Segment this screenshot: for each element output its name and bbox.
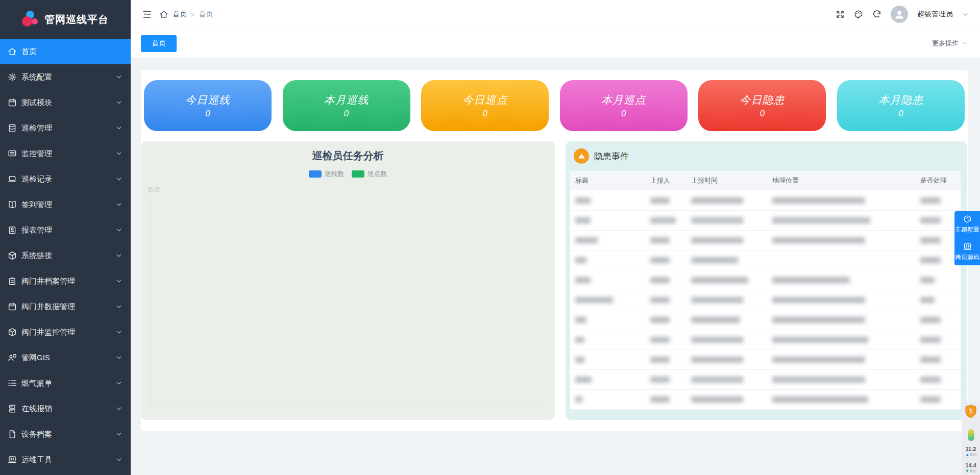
table-row[interactable] bbox=[570, 330, 961, 349]
sidebar-item-label: 运维工具 bbox=[21, 455, 115, 465]
menu-fold-icon[interactable] bbox=[142, 9, 152, 19]
user-name[interactable]: 超级管理员 bbox=[917, 10, 953, 19]
stat-card-今日巡线[interactable]: 今日巡线0 bbox=[144, 80, 272, 131]
home-icon bbox=[8, 47, 17, 56]
column-header-标题: 标题 bbox=[570, 171, 645, 190]
sidebar-item-阀门井档案管理[interactable]: 阀门井档案管理 bbox=[0, 268, 131, 294]
table-cell-redacted bbox=[686, 330, 767, 349]
table-header-row: 标题上报人上报时间地理位置是否处理 bbox=[570, 171, 961, 190]
sidebar-item-监控管理[interactable]: 监控管理 bbox=[0, 141, 131, 166]
sidebar-item-阀门井数据管理[interactable]: 阀门井数据管理 bbox=[0, 294, 131, 319]
more-operations-label: 更多操作 bbox=[932, 39, 959, 48]
table-cell-redacted bbox=[915, 250, 961, 270]
sidebar-item-管网GIS[interactable]: 管网GIS bbox=[0, 345, 131, 370]
stat-card-今日隐患[interactable]: 今日隐患0 bbox=[698, 80, 826, 131]
chevron-down-icon bbox=[115, 252, 122, 259]
table-cell-redacted bbox=[915, 389, 961, 409]
breadcrumb-separator: > bbox=[191, 11, 195, 18]
sidebar-item-巡检记录[interactable]: 巡检记录 bbox=[0, 166, 131, 192]
legend-swatch bbox=[309, 170, 322, 178]
main-content: 今日巡线0本月巡线0今日巡点0本月巡点0今日隐患0本月隐患0 巡检员任务分析 巡… bbox=[131, 58, 980, 475]
table-row[interactable] bbox=[570, 389, 961, 409]
table-row[interactable] bbox=[570, 250, 961, 270]
sidebar-item-label: 测试模块 bbox=[21, 98, 115, 108]
float-button-拷贝源码[interactable]: 拷贝源码 bbox=[954, 238, 980, 265]
float-button-主题配置[interactable]: 主题配置 bbox=[954, 211, 980, 238]
table-cell-redacted bbox=[767, 349, 915, 369]
stat-card-value: 0 bbox=[344, 109, 349, 119]
table-row[interactable] bbox=[570, 230, 961, 250]
stat-card-本月巡点[interactable]: 本月巡点0 bbox=[560, 80, 688, 131]
sidebar-item-首页[interactable]: 首页 bbox=[0, 39, 131, 64]
task-list-icon bbox=[8, 379, 17, 388]
table-row[interactable] bbox=[570, 290, 961, 310]
app-logo-icon bbox=[22, 11, 39, 28]
table-cell-redacted bbox=[686, 290, 767, 310]
palette-icon[interactable] bbox=[854, 10, 863, 19]
stat-card-今日巡点[interactable]: 今日巡点0 bbox=[421, 80, 549, 131]
table-row[interactable] bbox=[570, 270, 961, 290]
table-cell-redacted bbox=[686, 190, 767, 210]
breadcrumb-current: 首页 bbox=[199, 10, 213, 19]
legend-item-巡线数[interactable]: 巡线数 bbox=[309, 169, 345, 179]
sidebar-item-在线报销[interactable]: 在线报销 bbox=[0, 396, 131, 421]
breadcrumb-home[interactable]: 首页 bbox=[173, 10, 187, 19]
tab-home[interactable]: 首页 bbox=[141, 35, 177, 52]
stat-card-本月巡线[interactable]: 本月巡线0 bbox=[283, 80, 410, 131]
table-cell-redacted bbox=[915, 290, 961, 310]
table-row[interactable] bbox=[570, 310, 961, 330]
legend-swatch bbox=[352, 170, 364, 178]
sidebar-item-label: 签到管理 bbox=[21, 200, 115, 210]
clipboard-icon bbox=[8, 277, 17, 286]
sidebar-item-label: 系统链接 bbox=[21, 251, 115, 261]
home-icon[interactable] bbox=[159, 10, 168, 19]
table-cell-redacted bbox=[767, 270, 915, 290]
table-row[interactable] bbox=[570, 210, 961, 230]
inspector-task-chart-panel: 巡检员任务分析 巡线数巡点数 数量 bbox=[141, 141, 555, 420]
table-cell-redacted bbox=[645, 190, 686, 210]
table-cell-redacted bbox=[686, 389, 767, 409]
table-cell-redacted bbox=[915, 349, 961, 369]
sidebar-item-label: 阀门井监控管理 bbox=[21, 328, 115, 337]
sidebar-item-测试模块[interactable]: 测试模块 bbox=[0, 90, 131, 115]
app-logo: 管网巡线平台 bbox=[0, 0, 131, 39]
sidebar-item-设备档案[interactable]: 设备档案 bbox=[0, 421, 131, 447]
table-cell-redacted bbox=[686, 270, 767, 290]
table-row[interactable] bbox=[570, 190, 961, 210]
chevron-down-icon bbox=[115, 227, 122, 234]
shield-icon[interactable]: 1 bbox=[965, 405, 977, 418]
table-row[interactable] bbox=[570, 349, 961, 369]
table-cell-redacted bbox=[570, 270, 645, 290]
sidebar-item-运维工具[interactable]: 运维工具 bbox=[0, 447, 131, 472]
stat-card-value: 0 bbox=[205, 109, 210, 119]
sidebar: 管网巡线平台 首页系统配置测试模块巡检管理监控管理巡检记录签到管理报表管理系统链… bbox=[0, 0, 131, 475]
calendar-icon bbox=[8, 302, 17, 311]
chevron-down-icon[interactable] bbox=[962, 11, 969, 18]
top-header: 首页 > 首页 超级管理员 bbox=[131, 0, 980, 29]
avatar[interactable] bbox=[891, 6, 908, 23]
table-cell-redacted bbox=[570, 349, 645, 369]
chevron-down-icon bbox=[115, 99, 122, 106]
sidebar-item-巡检管理[interactable]: 巡检管理 bbox=[0, 115, 131, 141]
user-map-icon bbox=[8, 353, 17, 362]
chevron-down-icon bbox=[115, 405, 122, 412]
sidebar-item-阀门井监控管理[interactable]: 阀门井监控管理 bbox=[0, 319, 131, 345]
refresh-icon[interactable] bbox=[872, 10, 881, 19]
sidebar-item-报表管理[interactable]: 报表管理 bbox=[0, 217, 131, 243]
table-cell-redacted bbox=[570, 190, 645, 210]
chevron-down-icon bbox=[962, 40, 968, 46]
chevron-down-icon bbox=[115, 278, 122, 285]
cube-icon bbox=[8, 251, 17, 260]
sidebar-item-系统链接[interactable]: 系统链接 bbox=[0, 243, 131, 268]
shield-count: 1 bbox=[969, 408, 973, 415]
sidebar-item-燃气派单[interactable]: 燃气派单 bbox=[0, 370, 131, 396]
sidebar-item-系统配置[interactable]: 系统配置 bbox=[0, 64, 131, 90]
sidebar-item-label: 在线报销 bbox=[21, 404, 115, 414]
capsule-icon[interactable] bbox=[968, 429, 974, 441]
more-operations-button[interactable]: 更多操作 bbox=[932, 39, 968, 48]
fullscreen-icon[interactable] bbox=[836, 10, 845, 19]
sidebar-item-签到管理[interactable]: 签到管理 bbox=[0, 192, 131, 217]
table-row[interactable] bbox=[570, 369, 961, 389]
stat-card-本月隐患[interactable]: 本月隐患0 bbox=[837, 80, 965, 131]
legend-item-巡点数[interactable]: 巡点数 bbox=[352, 169, 387, 179]
